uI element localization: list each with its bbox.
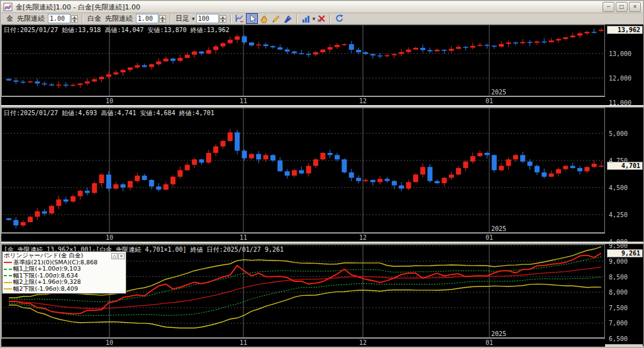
candle (528, 42, 533, 43)
pencil-draw-icon[interactable] (270, 13, 282, 24)
candle (142, 65, 147, 67)
candle (113, 184, 118, 189)
x-tick-label: 10 (106, 234, 113, 241)
maximize-button[interactable]: □ (616, 2, 628, 12)
refresh-icon[interactable] (333, 13, 345, 24)
candle (242, 36, 247, 43)
gold-chart-plot[interactable] (1, 25, 605, 96)
candle (335, 45, 340, 47)
candle (249, 154, 254, 159)
pen-draw-icon[interactable] (282, 13, 294, 24)
candle (256, 45, 261, 46)
app-icon[interactable] (3, 3, 13, 12)
candle (385, 55, 390, 57)
bollinger-legend[interactable]: ボリンジャーバンド(金 白金) △ × 基準線(21)(0)(SMA)(C):8… (2, 251, 126, 294)
minimize-button[interactable]: ─ (602, 2, 614, 12)
candle (185, 165, 190, 171)
gold-ratio-down-icon[interactable]: ▼ (71, 19, 78, 23)
chart-style-icon[interactable] (300, 13, 312, 24)
bar-count-input[interactable]: 100 (196, 14, 219, 23)
candle (370, 180, 375, 182)
y-tick-label: 7,500 (609, 304, 628, 311)
candle (92, 79, 97, 82)
y-tick-label: 4,250 (609, 211, 628, 218)
gold-ohlc-readout: 日付:2025/01/27 始値:13,918 高値:14,047 安値:13,… (4, 26, 230, 35)
chart-area[interactable]: 日付:2025/01/27 始値:13,918 高値:14,047 安値:13,… (1, 25, 644, 346)
candle (413, 48, 418, 50)
platinum-ohlc-readout: 日付:2025/01/27 始値:4,693 高値:4,741 安値:4,684… (4, 109, 214, 118)
delete-drawings-icon[interactable] (315, 13, 327, 24)
platinum-ratio-input[interactable]: 1.00 (136, 14, 158, 23)
candle (185, 55, 190, 58)
candle (313, 52, 318, 55)
window-title: 金[先限連続]1.00 - 白金[先限連続]1.00 (16, 3, 602, 12)
candle (221, 43, 226, 47)
legend-line-marker (4, 269, 12, 270)
candle (477, 153, 482, 156)
candle (584, 32, 589, 33)
x-tick-label: 12 (359, 98, 367, 104)
candle (506, 42, 511, 43)
candle (599, 166, 604, 167)
y-tick-label: 7,000 (609, 320, 628, 327)
timeframe-dropdown-icon[interactable]: ▼ (192, 16, 195, 21)
platinum-chart-x-axis (1, 233, 605, 242)
candle (428, 167, 433, 181)
candle (264, 45, 269, 47)
year-label: 2025 (491, 330, 506, 337)
x-tick-label: 11 (240, 339, 247, 346)
candle (328, 47, 333, 50)
panel-separator[interactable] (1, 242, 644, 244)
candle (306, 54, 311, 55)
candle (435, 181, 440, 183)
candle (541, 172, 547, 177)
legend-collapse-icon[interactable]: △ (111, 253, 118, 259)
candle (584, 167, 589, 171)
platinum-chart-plot[interactable] (1, 108, 605, 233)
candle (599, 30, 604, 31)
x-tick-label: 10 (106, 339, 113, 346)
gold-ratio-input[interactable]: 1.00 (48, 14, 70, 23)
candle (70, 85, 75, 86)
candle (170, 59, 175, 61)
candle (441, 178, 447, 184)
candle (492, 155, 497, 170)
platinum-series-label: 先限連続 (105, 14, 133, 23)
candle (570, 36, 575, 38)
candle (399, 52, 404, 54)
candle (164, 184, 169, 190)
candle (535, 166, 540, 172)
candle (6, 79, 11, 81)
candle (556, 169, 561, 174)
pan-hand-icon[interactable] (258, 13, 270, 24)
candle (78, 84, 83, 85)
candle (299, 170, 304, 173)
candle (385, 179, 390, 181)
select-arrow-icon[interactable] (246, 13, 258, 24)
candle (306, 166, 311, 174)
legend-rows: 基準線(21)(0)(SMA)(C):8,868幅1上限(+1.00σ):9,1… (4, 259, 125, 293)
candle (520, 155, 525, 161)
candle (563, 37, 568, 39)
bar-count-down-icon[interactable]: ▼ (219, 19, 226, 23)
candle (113, 72, 118, 74)
bar-count-spinner: 100 ▲ ▼ (196, 14, 226, 23)
title-bar[interactable]: 金[先限連続]1.00 - 白金[先限連続]1.00 ─ □ × (1, 1, 643, 13)
candle (164, 59, 169, 61)
timeframe-select[interactable]: 日足 (175, 14, 189, 23)
candle (470, 156, 475, 162)
candle (21, 222, 26, 225)
y-tick-label: 5,000 (609, 130, 628, 137)
candle (64, 85, 69, 86)
candle (256, 154, 261, 160)
platinum-ratio-down-icon[interactable]: ▼ (159, 19, 166, 23)
track-cursor-icon[interactable] (234, 13, 246, 24)
platinum-ratio-spinner: 1.00 ▲ ▼ (136, 14, 166, 23)
candle (235, 132, 240, 150)
candle (577, 33, 582, 36)
legend-close-icon[interactable]: × (118, 253, 125, 259)
candle (292, 170, 297, 176)
legend-line-marker (4, 288, 12, 289)
panel-separator[interactable] (1, 105, 644, 108)
close-button[interactable]: × (629, 2, 641, 12)
